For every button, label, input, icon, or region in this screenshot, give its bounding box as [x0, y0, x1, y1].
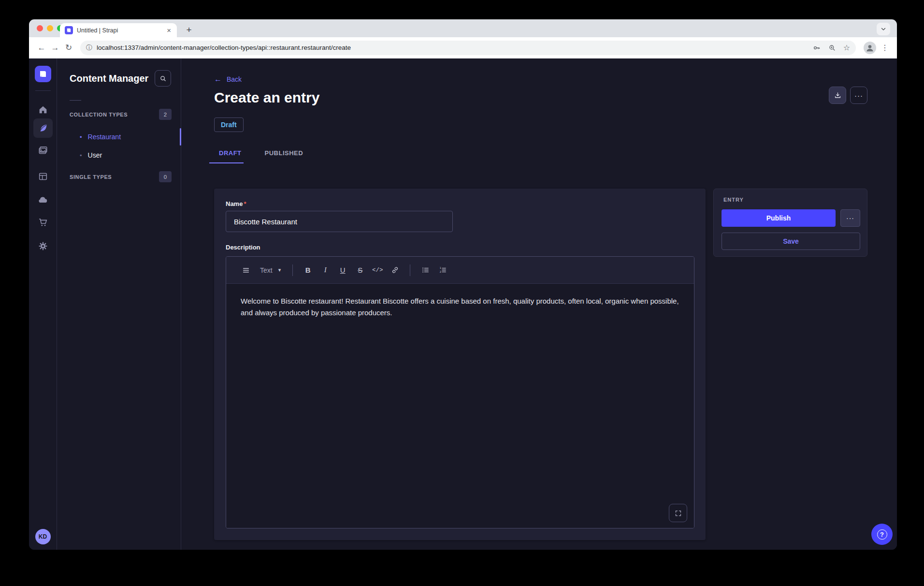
bookmark-star-icon[interactable]: ☆: [843, 43, 850, 52]
browser-toolbar: ← → ↻ ⓘ localhost:1337/admin/content-man…: [29, 37, 897, 59]
reload-icon[interactable]: ↻: [62, 41, 75, 55]
underline-button[interactable]: U: [335, 263, 350, 278]
main-content: ← Back Create an entry Draft ··· DRAFT P…: [181, 59, 897, 550]
bold-button[interactable]: B: [301, 263, 315, 278]
sidebar-item-label: User: [88, 151, 102, 159]
strapi-admin: KD Content Manager COLLECTION TYPES 2 • …: [29, 59, 897, 550]
browser-menu-icon[interactable]: ⋮: [879, 43, 891, 52]
site-info-icon[interactable]: ⓘ: [86, 44, 92, 52]
description-text: Welcome to Biscotte restaurant! Restaura…: [241, 295, 679, 319]
forward-nav-icon[interactable]: →: [48, 41, 62, 55]
tab-search-chevron-icon[interactable]: [877, 23, 890, 35]
nav-settings-gear-icon[interactable]: [33, 236, 53, 256]
name-field-label: Name*: [226, 200, 246, 207]
save-button[interactable]: Save: [722, 233, 860, 250]
strapi-logo[interactable]: [35, 66, 51, 82]
tab-strip: Untitled | Strapi × +: [29, 19, 897, 37]
header-more-button[interactable]: ···: [850, 87, 867, 104]
nav-home-icon[interactable]: [33, 100, 53, 119]
export-download-button[interactable]: [829, 87, 846, 104]
panel-title: Content Manager: [70, 73, 148, 84]
chevron-down-icon: ▾: [278, 267, 281, 273]
svg-text:1: 1: [439, 266, 441, 269]
window-controls: [37, 25, 63, 31]
editor-content[interactable]: Welcome to Biscotte restaurant! Restaura…: [226, 284, 694, 528]
sidebar-item-restaurant[interactable]: • Restaurant: [57, 128, 180, 146]
new-tab-button[interactable]: +: [183, 24, 195, 36]
back-label: Back: [227, 75, 242, 83]
back-nav-icon[interactable]: ←: [35, 41, 48, 55]
block-type-value: Text: [260, 266, 273, 274]
nav-content-type-builder-icon[interactable]: [33, 167, 53, 186]
description-field-label: Description: [226, 244, 260, 251]
content-manager-panel: Content Manager COLLECTION TYPES 2 • Res…: [57, 59, 181, 550]
sidebar-item-user[interactable]: • User: [57, 146, 180, 164]
help-button[interactable]: ?: [871, 524, 893, 545]
collection-types-count-badge: 2: [159, 109, 172, 120]
editor-toolbar: Text ▾ B I U S </>: [226, 257, 694, 284]
block-type-dropdown[interactable]: Text ▾: [256, 266, 285, 274]
nav-divider: [35, 90, 51, 91]
minimize-window-button[interactable]: [47, 25, 53, 31]
draft-status-badge: Draft: [214, 117, 244, 132]
tab-published[interactable]: PUBLISHED: [260, 147, 308, 163]
link-button[interactable]: [388, 263, 402, 278]
toolbar-separator: [292, 264, 293, 276]
entry-side-panel: ENTRY Publish ··· Save: [713, 189, 867, 257]
address-bar[interactable]: ⓘ localhost:1337/admin/content-manager/c…: [80, 41, 856, 55]
strapi-favicon-icon: [65, 26, 73, 34]
nav-cloud-icon[interactable]: [33, 190, 53, 209]
bullet-icon: •: [80, 134, 82, 140]
browser-tab[interactable]: Untitled | Strapi ×: [60, 23, 177, 37]
sidebar-item-label: Restaurant: [88, 133, 121, 141]
close-window-button[interactable]: [37, 25, 43, 31]
entry-more-button[interactable]: ···: [840, 209, 860, 227]
nav-media-library-icon[interactable]: [33, 141, 53, 160]
single-types-count-badge: 0: [159, 171, 172, 182]
back-arrow-icon: ←: [214, 75, 222, 84]
toolbar-separator: [410, 264, 410, 276]
description-rich-text-editor: Text ▾ B I U S </>: [226, 256, 694, 528]
numbered-list-button[interactable]: 12: [435, 263, 450, 278]
version-tabs: DRAFT PUBLISHED: [214, 147, 308, 163]
svg-text:2: 2: [439, 270, 441, 273]
question-mark-icon: ?: [877, 529, 887, 540]
tab-draft[interactable]: DRAFT: [214, 147, 246, 163]
browser-profile-avatar[interactable]: [864, 42, 876, 54]
italic-button[interactable]: I: [318, 263, 332, 278]
main-navigation: KD: [29, 59, 57, 550]
browser-window: Untitled | Strapi × + ← → ↻ ⓘ localhost:…: [29, 19, 897, 550]
required-asterisk: *: [244, 200, 246, 207]
entry-form-card: Name* Description Text ▾: [214, 189, 706, 540]
back-link[interactable]: ← Back: [214, 75, 242, 84]
page-title: Create an entry: [214, 89, 319, 106]
user-avatar[interactable]: KD: [35, 529, 51, 544]
entry-panel-title: ENTRY: [723, 197, 744, 203]
strikethrough-button[interactable]: S: [353, 263, 367, 278]
single-types-label: SINGLE TYPES: [70, 174, 112, 180]
expand-editor-button[interactable]: [669, 504, 687, 522]
search-button[interactable]: [155, 70, 171, 87]
collection-types-label: COLLECTION TYPES: [70, 112, 128, 117]
publish-button[interactable]: Publish: [722, 209, 836, 227]
nav-marketplace-icon[interactable]: [33, 213, 53, 232]
tab-title: Untitled | Strapi: [77, 27, 166, 34]
justify-icon[interactable]: [239, 263, 253, 278]
zoom-page-icon[interactable]: [828, 44, 837, 52]
nav-content-manager-icon[interactable]: [33, 118, 53, 138]
code-button[interactable]: </>: [370, 263, 385, 278]
password-key-icon[interactable]: [812, 44, 821, 52]
panel-divider: [70, 100, 81, 101]
bulleted-list-button[interactable]: [418, 263, 433, 278]
name-input[interactable]: [226, 211, 453, 232]
bullet-icon: •: [80, 152, 82, 159]
close-tab-icon[interactable]: ×: [166, 26, 172, 34]
url-text[interactable]: localhost:1337/admin/content-manager/col…: [97, 44, 808, 51]
